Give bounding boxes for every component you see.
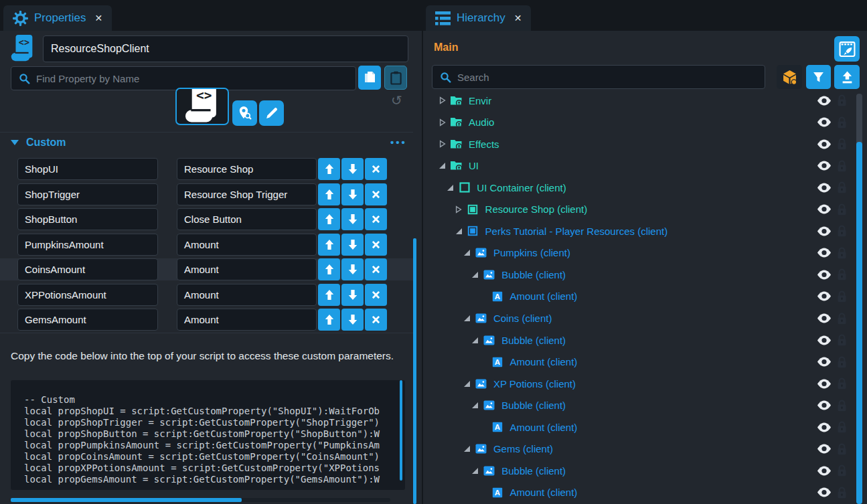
eye-icon[interactable] [817,422,832,432]
move-up-button[interactable] [318,208,340,230]
tree-row[interactable]: Pumpkins (client) [432,242,848,264]
lock-icon[interactable] [837,356,847,368]
tab-hierarchy[interactable]: Hierarchy ✕ [426,5,531,31]
tree-row[interactable]: UI Container (client) [432,177,848,198]
lock-icon[interactable] [837,421,847,433]
property-name-field[interactable]: XPPotionsAmount [17,284,158,306]
property-value-field[interactable]: Amount [177,309,317,331]
move-up-button[interactable] [318,158,340,180]
lock-icon[interactable] [837,313,847,325]
tree-item-label[interactable]: Gems (client) [493,443,553,454]
expand-arrow-icon[interactable] [439,96,446,104]
eye-icon[interactable] [817,117,832,127]
tree-row[interactable]: Bubble (client) [432,395,848,416]
code-horizontal-scrollbar-thumb[interactable] [11,498,242,502]
tree-row[interactable]: Bubble (client) [432,460,848,481]
reset-icon[interactable]: ↺ [391,92,402,108]
eye-icon[interactable] [817,161,832,171]
tree-row[interactable]: Audio [432,112,848,133]
tree-row[interactable]: Resource Shop (client) [432,199,848,220]
eye-icon[interactable] [817,357,832,367]
lock-icon[interactable] [837,334,847,346]
collapse-arrow-icon[interactable] [463,380,471,388]
tree-item-label[interactable]: Bubble (client) [501,269,566,280]
collapse-arrow-icon[interactable] [447,184,454,191]
property-name-field[interactable]: ShopButton [17,208,158,230]
move-down-button[interactable] [341,158,364,180]
property-name-field[interactable]: ShopTrigger [17,183,158,205]
eye-icon[interactable] [817,400,832,410]
collapse-arrow-icon[interactable] [463,445,471,452]
section-menu-button[interactable]: ••• [390,137,407,148]
move-up-button[interactable] [318,309,340,331]
custom-section-header[interactable]: Custom [11,137,66,149]
delete-property-button[interactable] [365,158,387,180]
tree-row[interactable]: AAmount (client) [432,351,848,373]
tab-properties[interactable]: Properties ✕ [3,5,112,31]
close-icon[interactable]: ✕ [94,13,102,23]
lock-icon[interactable] [837,160,847,172]
tree-item-label[interactable]: Audio [469,116,494,128]
tree-item-label[interactable]: Amount (client) [510,290,578,302]
tree-item-label[interactable]: Resource Shop (client) [485,203,588,215]
script-name-input[interactable] [43,35,408,62]
move-down-button[interactable] [341,284,364,306]
tree-item-label[interactable]: Coins (client) [493,313,552,324]
tree-row[interactable]: AAmount (client) [432,416,848,438]
eye-icon[interactable] [817,204,832,214]
property-name-field[interactable]: CoinsAmount [17,258,158,280]
move-down-button[interactable] [341,208,364,230]
lock-icon[interactable] [837,181,847,193]
move-up-button[interactable] [318,258,340,280]
eye-icon[interactable] [817,466,832,476]
find-in-scene-button[interactable] [232,100,257,126]
tree-item-label[interactable]: UI Container (client) [477,182,566,193]
eye-icon[interactable] [817,487,832,497]
tree-item-label[interactable]: XP Potions (client) [493,378,576,390]
expand-arrow-icon[interactable] [455,205,463,214]
property-value-field[interactable]: Close Button [177,208,317,230]
delete-property-button[interactable] [365,208,387,230]
lock-icon[interactable] [837,443,847,455]
property-value-field[interactable]: Amount [177,258,317,280]
property-value-field[interactable]: Amount [177,234,317,256]
tree-row[interactable]: Bubble (client) [432,264,848,285]
eye-icon[interactable] [817,96,832,106]
eye-icon[interactable] [817,139,832,149]
eye-icon[interactable] [817,444,832,454]
hierarchy-search-input[interactable]: Search [432,65,765,89]
tree-row[interactable]: XP Potions (client) [432,373,848,394]
find-property-input[interactable]: Find Property by Name [11,66,356,90]
tree-row[interactable]: Perks Tutorial - Player Resources (clien… [432,220,848,242]
tree-item-label[interactable]: Amount (client) [510,487,578,498]
move-down-button[interactable] [341,309,364,331]
property-name-field[interactable]: PumpkinsAmount [17,234,158,256]
move-up-button[interactable] [318,234,340,256]
tree-item-label[interactable]: Effects [469,139,499,150]
collapse-triangle-icon[interactable] [11,140,19,145]
lock-icon[interactable] [837,225,847,237]
code-vertical-scrollbar[interactable] [400,380,402,481]
asset-cube-button[interactable] [777,65,802,89]
lock-icon[interactable] [837,487,847,499]
collapse-arrow-icon[interactable] [471,402,479,409]
property-value-field[interactable]: Resource Shop Trigger [177,183,317,205]
lock-icon[interactable] [837,116,847,129]
code-horizontal-scrollbar-track[interactable] [11,498,390,502]
edit-script-button[interactable] [259,100,284,126]
eye-icon[interactable] [817,379,832,389]
eye-icon[interactable] [817,313,832,323]
collapse-arrow-icon[interactable] [471,467,479,475]
expand-arrow-icon[interactable] [439,118,446,127]
lock-icon[interactable] [837,94,847,106]
move-down-button[interactable] [341,258,364,280]
tree-row[interactable]: Envir [432,94,848,111]
paste-properties-button[interactable] [384,66,407,90]
eye-icon[interactable] [817,248,832,258]
eye-icon[interactable] [817,270,832,280]
tree-row[interactable]: AAmount (client) [432,482,848,503]
collapse-arrow-icon[interactable] [455,228,463,235]
collapse-arrow-icon[interactable] [463,249,471,256]
tree-row[interactable]: Coins (client) [432,308,848,329]
lock-icon[interactable] [837,400,847,412]
